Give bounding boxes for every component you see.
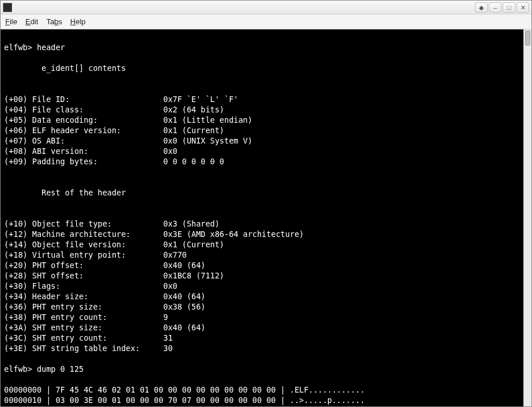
- terminal-window: ◆ – □ ✕ File Edit Tabs Help elfwb> heade…: [0, 0, 532, 407]
- window-icon: [3, 3, 12, 12]
- header-field-line: (+10) Object file type: 0x3 (Shared): [4, 218, 528, 229]
- header-field-line: (+00) File ID: 0x7F `E' `L' `F': [4, 94, 528, 104]
- header-field-line: (+18) Virtual entry point: 0x770: [4, 250, 528, 260]
- dump-row: 00000010 | 03 00 3E 00 01 00 00 00 70 07…: [4, 395, 528, 405]
- window-titlebar[interactable]: ◆ – □ ✕: [1, 1, 531, 14]
- close-button[interactable]: ✕: [516, 2, 529, 13]
- terminal-area[interactable]: elfwb> header e_ident[] contents (+00) F…: [1, 29, 531, 406]
- header-field-line: (+3E) SHT string table index: 30: [4, 343, 528, 353]
- scrollbar[interactable]: [523, 29, 531, 406]
- menubar: File Edit Tabs Help: [1, 14, 531, 29]
- menu-file[interactable]: File: [5, 17, 17, 26]
- header-field-line: (+04) File class: 0x2 (64 bits): [4, 104, 528, 115]
- header-field-line: (+36) PHT entry size: 0x38 (56): [4, 302, 528, 312]
- pin-button[interactable]: ◆: [475, 2, 488, 13]
- dump-row: 00000020 | 40 00 00 00 00 00 00 00 C8 1B…: [4, 405, 528, 406]
- menu-tabs[interactable]: Tabs: [46, 17, 62, 26]
- header-field-line: (+09) Padding bytes: 0 0 0 0 0 0 0: [4, 156, 528, 167]
- dump-row: 00000000 | 7F 45 4C 46 02 01 01 00 00 00…: [4, 385, 528, 395]
- header-field-line: (+08) ABI version: 0x0: [4, 146, 528, 156]
- header-field-line: (+3A) SHT entry size: 0x40 (64): [4, 322, 528, 333]
- section-eident: e_ident[] contents: [4, 63, 528, 73]
- section-rest: Rest of the header: [4, 187, 528, 198]
- header-field-line: (+20) PHT offset: 0x40 (64): [4, 260, 528, 270]
- header-fields: (+00) File ID: 0x7F `E' `L' `F'(+04) Fil…: [4, 94, 528, 167]
- header-field-line: (+38) PHT entry count: 9: [4, 312, 528, 322]
- menu-help[interactable]: Help: [70, 17, 86, 26]
- header-field-line: (+06) ELF header version: 0x1 (Current): [4, 125, 528, 135]
- header-field-line: (+12) Machine architecture: 0x3E (AMD x8…: [4, 229, 528, 239]
- prompt-line: elfwb> header: [4, 42, 528, 52]
- header-field-line: (+30) Flags: 0x0: [4, 281, 528, 291]
- header-field-line: (+05) Data encoding: 0x1 (Little endian): [4, 115, 528, 125]
- window-controls: ◆ – □ ✕: [474, 2, 529, 13]
- rest-fields: (+10) Object file type: 0x3 (Shared)(+12…: [4, 218, 528, 353]
- header-field-line: (+3C) SHT entry count: 31: [4, 333, 528, 343]
- dump-rows: 00000000 | 7F 45 4C 46 02 01 01 00 00 00…: [4, 385, 528, 406]
- maximize-button[interactable]: □: [503, 2, 515, 13]
- scroll-thumb[interactable]: [525, 31, 530, 46]
- header-field-line: (+28) SHT offset: 0x1BC8 (7112): [4, 270, 528, 281]
- header-field-line: (+14) Object file version: 0x1 (Current): [4, 239, 528, 250]
- header-field-line: (+07) OS ABI: 0x0 (UNIX System V): [4, 135, 528, 146]
- prompt-line: elfwb> dump 0 125: [4, 364, 528, 374]
- minimize-button[interactable]: –: [489, 2, 501, 13]
- header-field-line: (+34) Header size: 0x40 (64): [4, 291, 528, 302]
- menu-edit[interactable]: Edit: [25, 17, 38, 26]
